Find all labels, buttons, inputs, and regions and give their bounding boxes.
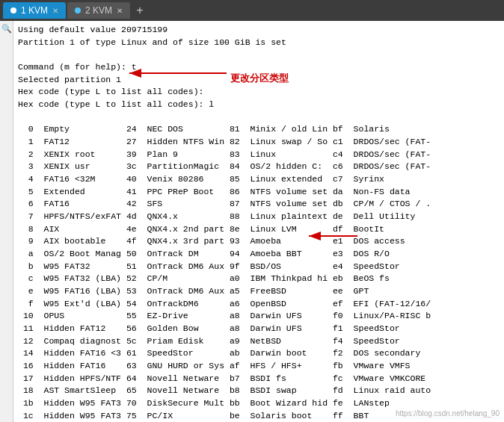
- tab-1-label: 1 KVM: [21, 5, 48, 16]
- tab-2-kvm[interactable]: 2 KVM ✕: [67, 2, 130, 19]
- left-panel: 🔍: [0, 21, 13, 422]
- watermark: https://blog.csdn.net/helang_90: [396, 409, 500, 420]
- tab-bar: 1 KVM ✕ 2 KVM ✕ +: [0, 0, 504, 21]
- tab-2-label: 2 KVM: [85, 5, 112, 16]
- tab-1-close[interactable]: ✕: [52, 7, 58, 15]
- search-icon[interactable]: 🔍: [1, 24, 12, 34]
- tab-1-kvm[interactable]: 1 KVM ✕: [3, 2, 66, 19]
- tab-2-close[interactable]: ✕: [117, 7, 123, 15]
- terminal-content[interactable]: Using default value 209715199 Partition …: [13, 21, 504, 422]
- tab-1-dot: [10, 7, 16, 13]
- new-tab-button[interactable]: +: [132, 2, 148, 19]
- terminal-window: 🔍 Using default value 209715199 Partitio…: [0, 21, 504, 422]
- tab-2-dot: [75, 7, 81, 13]
- terminal-text: Using default value 209715199 Partition …: [18, 24, 500, 422]
